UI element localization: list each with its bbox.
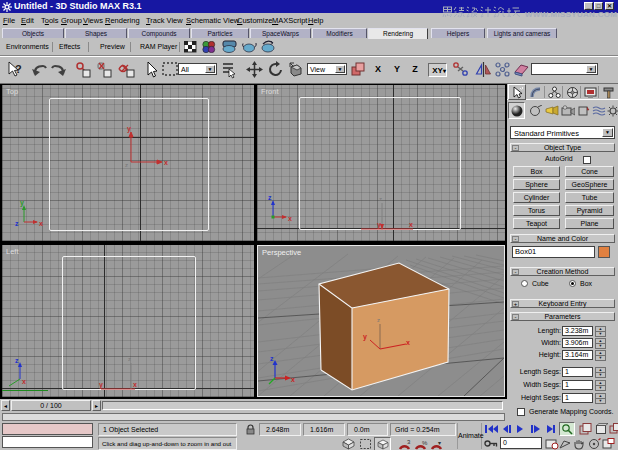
svg-text:x: x bbox=[133, 381, 137, 388]
svg-text:y: y bbox=[377, 221, 381, 229]
svg-text:3: 3 bbox=[407, 439, 411, 445]
svg-text:y: y bbox=[127, 125, 131, 133]
svg-text:y: y bbox=[20, 200, 24, 207]
svg-text:x: x bbox=[406, 339, 410, 346]
svg-text:x: x bbox=[409, 221, 413, 228]
svg-text:z: z bbox=[377, 317, 380, 323]
svg-text:x: x bbox=[39, 220, 43, 227]
svg-text:z: z bbox=[128, 356, 131, 362]
svg-text:x: x bbox=[164, 159, 168, 166]
svg-text:z: z bbox=[268, 194, 272, 201]
svg-text:%: % bbox=[422, 440, 428, 446]
svg-text:x: x bbox=[22, 378, 26, 385]
svg-text:z: z bbox=[379, 196, 382, 202]
svg-text:x: x bbox=[291, 376, 295, 383]
svg-text:?: ? bbox=[15, 63, 22, 75]
svg-text:x: x bbox=[288, 215, 292, 222]
svg-text:z: z bbox=[270, 355, 274, 362]
svg-text:▾: ▾ bbox=[438, 440, 441, 446]
svg-text:z: z bbox=[125, 162, 128, 168]
svg-text:y: y bbox=[99, 381, 103, 389]
svg-text:y: y bbox=[363, 333, 367, 341]
svg-text:z: z bbox=[15, 357, 19, 364]
svg-text:z: z bbox=[15, 220, 19, 227]
